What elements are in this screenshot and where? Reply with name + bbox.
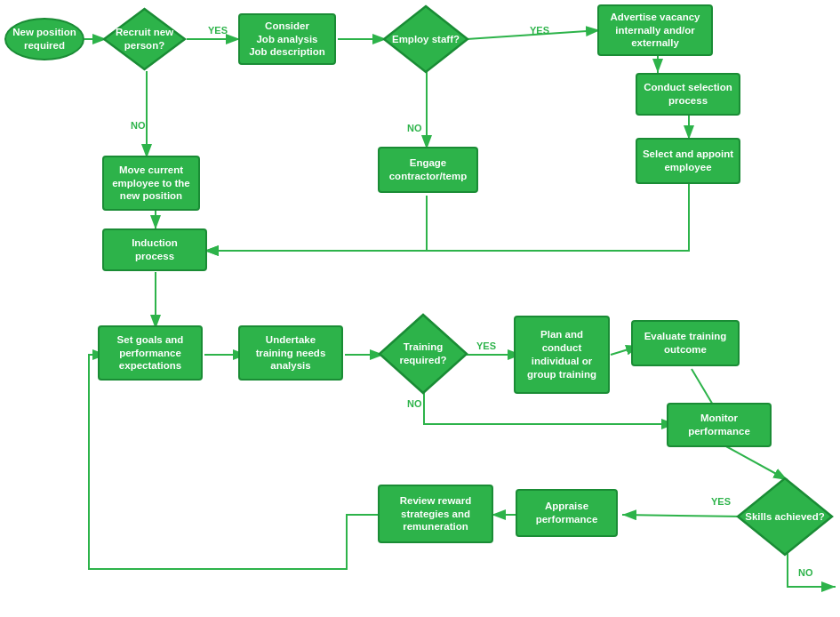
set-goals-node: Set goals andperformanceexpectations [98,325,203,381]
flowchart: YES NO YES NO YES NO YES NO New position… [0,0,840,617]
svg-text:NO: NO [131,120,146,131]
employ-staff-node: Employ staff? [382,4,469,74]
skills-achieved-node: Skills achieved? [736,477,834,557]
select-appoint-node: Select and appointemployee [636,138,740,184]
svg-text:NO: NO [407,398,422,409]
monitor-performance-node: Monitorperformance [667,403,772,447]
training-needs-node: Undertaketraining needsanalysis [238,325,343,381]
svg-text:YES: YES [208,25,228,36]
svg-line-17 [724,445,788,480]
svg-text:YES: YES [530,25,549,36]
review-reward-node: Review rewardstrategies andremuneration [378,485,493,543]
consider-job-node: ConsiderJob analysisJob description [238,13,336,65]
evaluate-training-node: Evaluate trainingoutcome [631,320,740,366]
induction-process-node: Inductionprocess [102,228,207,271]
svg-text:YES: YES [711,496,731,507]
svg-text:NO: NO [798,567,813,578]
new-position-node: New position required [4,18,84,60]
conduct-selection-node: Conduct selectionprocess [636,73,740,116]
move-employee-node: Move currentemployee to thenew position [102,156,200,211]
svg-line-4 [467,30,600,39]
appraise-performance-node: Appraiseperformance [516,489,618,537]
plan-training-node: Plan andconductindividual orgroup traini… [514,316,610,394]
engage-contractor-node: Engagecontractor/temp [378,147,478,193]
svg-line-18 [622,515,745,517]
svg-text:YES: YES [476,341,496,351]
svg-text:NO: NO [407,123,422,133]
training-required-node: Trainingrequired? [378,313,468,395]
recruit-new-node: Recruit newperson? [102,7,187,71]
advertise-node: Advertise vacancyinternally and/orextern… [597,4,713,56]
